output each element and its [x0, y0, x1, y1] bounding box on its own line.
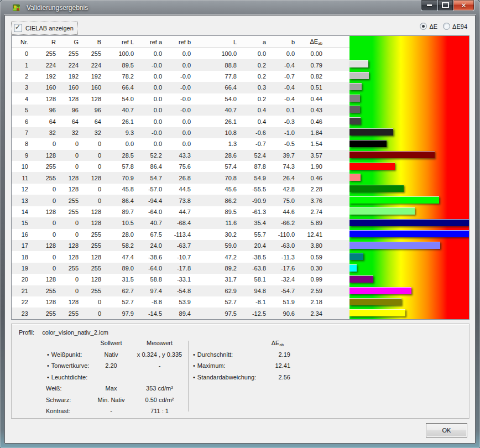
- table-cell: 26.1: [193, 116, 239, 127]
- table-cell: 224: [81, 59, 103, 70]
- table-row[interactable]: 120128045.8-57.044.545.6-55.542.82.28: [12, 184, 349, 195]
- radio-option-δe94[interactable]: ΔE94: [443, 23, 467, 30]
- table-row[interactable]: 23255255097.9-14.589.497.5-12.590.62.34: [12, 308, 349, 319]
- table-row[interactable]: 1712812825558.224.0-63.759.020.4-63.03.8…: [12, 240, 349, 251]
- table-row[interactable]: 1125512812870.954.726.870.854.926.40.46: [12, 172, 349, 183]
- table-cell: -63.8: [239, 263, 268, 274]
- table-row[interactable]: 596969640.70.0-0.040.70.40.10.43: [12, 105, 349, 116]
- table-cell: 3.76: [297, 195, 325, 206]
- column-header: R: [30, 36, 58, 48]
- table-cell-spacer: [325, 82, 349, 93]
- delta-e-bar: [349, 72, 369, 79]
- table-cell: 11: [12, 172, 30, 183]
- table-cell: 0.30: [297, 263, 325, 274]
- table-cell: -0.0: [136, 127, 164, 138]
- table-cell: 0: [30, 229, 58, 240]
- table-cell: 128: [81, 172, 103, 183]
- table-row[interactable]: 219219219278.20.0-0.077.80.2-0.70.82: [12, 71, 349, 82]
- table-cell: 18: [12, 251, 30, 262]
- table-cell: 51.9: [268, 296, 297, 308]
- table-row[interactable]: 20128012831.558.8-33.131.758.1-32.40.99: [12, 274, 349, 285]
- table-row[interactable]: 73232329.3-0.00.010.8-0.6-1.01.84: [12, 127, 349, 138]
- table-row[interactable]: 412812812854.00.0-0.054.00.2-0.40.44: [12, 93, 349, 105]
- table-cell-spacer: [325, 195, 349, 206]
- table-cell: 192: [81, 71, 103, 82]
- table-cell: 26.4: [268, 172, 297, 183]
- delta-e-bar: [349, 253, 363, 260]
- table-cell-spacer: [325, 184, 349, 195]
- column-header: G: [58, 36, 81, 48]
- table-cell: 20.4: [239, 240, 268, 251]
- table-row[interactable]: 21255025562.797.4-54.862.994.8-54.72.59: [12, 285, 349, 296]
- table-cell: 96: [30, 105, 58, 116]
- table-cell: -110.0: [268, 229, 297, 240]
- results-panel: Nr.RGBref Lref aref bLabΔEab 02552552551…: [11, 35, 469, 320]
- table-row[interactable]: 130255086.4-94.473.886.2-90.975.03.76: [12, 195, 349, 206]
- table-row[interactable]: 664646426.10.00.026.10.4-0.30.46: [12, 116, 349, 127]
- table-cell: 75.0: [268, 195, 297, 206]
- table-cell: -12.5: [239, 308, 268, 319]
- table-row[interactable]: 22128128052.7-8.853.952.7-8.151.92.18: [12, 296, 349, 308]
- summary-stats-section: ΔEab •Durchschnitt:2.19•Maximum:12.41•St…: [193, 337, 315, 383]
- table-cell-spacer: [325, 71, 349, 82]
- table-cell: 54.9: [239, 172, 268, 183]
- table-row[interactable]: 160025528.067.5-113.430.255.7-110.012.41: [12, 229, 349, 240]
- table-cell: 0.4: [239, 116, 268, 127]
- summary-left-section: Sollwert Messwert •Weißpunkt:Nativx 0.32…: [12, 337, 194, 417]
- ok-button[interactable]: OK: [426, 423, 467, 437]
- table-cell: 19: [12, 263, 30, 274]
- table-cell: 35.4: [239, 217, 268, 228]
- table-cell: 96: [81, 105, 103, 116]
- delta-e-bar: [349, 163, 395, 170]
- table-cell: 0.2: [239, 93, 268, 105]
- table-cell: 77.8: [193, 71, 239, 82]
- table-row[interactable]: 1412825512889.7-64.044.789.5-61.344.62.7…: [12, 206, 349, 217]
- summary-column-headers: Sollwert Messwert: [12, 337, 194, 349]
- cielab-checkbox[interactable]: CIELAB anzeigen: [11, 22, 78, 35]
- table-row[interactable]: 91280028.552.243.328.652.439.73.57: [12, 150, 349, 161]
- table-row[interactable]: 102550057.886.475.657.487.874.31.90: [12, 161, 349, 172]
- bullet-icon: •: [47, 362, 49, 369]
- table-cell: 128: [58, 172, 81, 183]
- column-header-spacer: [325, 36, 349, 48]
- table-row[interactable]: 122422422489.5-0.00.088.80.2-0.40.79: [12, 59, 349, 70]
- table-row[interactable]: 18012812847.4-38.6-10.747.2-38.5-11.30.5…: [12, 251, 349, 262]
- table-cell: 128: [58, 296, 81, 308]
- chart-bar-row: [349, 263, 469, 274]
- table-row[interactable]: 19025525589.0-64.0-17.889.2-63.8-17.60.3…: [12, 263, 349, 274]
- maximize-button[interactable]: [438, 0, 453, 11]
- table-cell: -0.5: [268, 138, 297, 149]
- table-cell: 0.99: [297, 274, 325, 285]
- table-cell: 70.9: [103, 172, 136, 183]
- table-cell: 96: [58, 105, 81, 116]
- table-cell: 1.3: [193, 138, 239, 149]
- table-cell: -0.3: [268, 116, 297, 127]
- table-cell: -54.7: [268, 285, 297, 296]
- table-cell: -63.7: [164, 240, 193, 251]
- table-row[interactable]: 316016016066.40.0-0.066.40.3-0.40.51: [12, 82, 349, 93]
- chart-bar-row: [349, 127, 469, 138]
- table-cell: 255: [30, 48, 58, 60]
- table-row[interactable]: 0255255255100.00.00.0100.00.00.00.00: [12, 48, 349, 60]
- table-cell: 13: [12, 195, 30, 206]
- table-row[interactable]: 150012810.540.7-68.411.635.4-66.25.89: [12, 217, 349, 228]
- table-cell: 23: [12, 308, 30, 319]
- table-cell: 44.6: [268, 206, 297, 217]
- table-row[interactable]: 80000.00.00.01.3-0.7-0.51.54: [12, 138, 349, 149]
- radio-option-δe[interactable]: ΔE: [420, 23, 437, 30]
- table-cell: 89.2: [193, 263, 239, 274]
- table-cell: 43.3: [164, 150, 193, 161]
- table-cell: 0.2: [239, 59, 268, 70]
- checkbox-check-icon: [14, 24, 22, 32]
- table-cell: 100.0: [193, 48, 239, 60]
- table-cell: 1: [12, 59, 30, 70]
- table-cell: 47.4: [103, 251, 136, 262]
- table-cell: 255: [30, 161, 58, 172]
- summary-row: Schwarz:Min. Nativ0.50 cd/m²: [12, 394, 194, 406]
- table-cell: 128: [58, 240, 81, 251]
- table-cell: 78.2: [103, 71, 136, 82]
- table-cell: 40.7: [193, 105, 239, 116]
- close-button[interactable]: ✕: [453, 0, 474, 11]
- titlebar[interactable]: Validierungsergebnis ✕: [0, 0, 480, 15]
- minimize-button[interactable]: [421, 0, 438, 11]
